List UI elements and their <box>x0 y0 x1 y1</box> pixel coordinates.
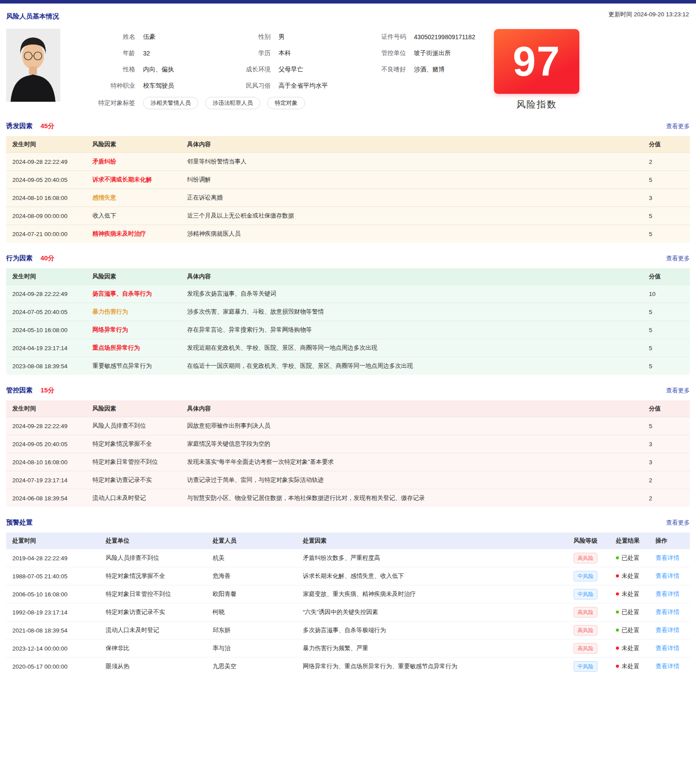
row-factor: 扬言滋事、自杀等行为 <box>86 290 181 298</box>
view-detail-link[interactable]: 查看详情 <box>655 573 679 579</box>
update-time-value: 2024-09-20 13:23:12 <box>634 11 689 18</box>
table-header-row: 发生时间 风险因素 具体内容 分值 <box>6 268 690 285</box>
row-factor: 精神疾病未及时治疗 <box>86 230 181 238</box>
result-text: 未处置 <box>622 591 640 597</box>
row-action: 查看详情 <box>649 662 690 670</box>
row-score: 5 <box>643 327 690 333</box>
profile-field: 学历 本科 <box>219 45 354 61</box>
profile-field: 性格 内向、偏执 <box>83 61 219 78</box>
row-factor: 诉求长期未化解、感情失意、收入低下 <box>297 572 567 580</box>
view-detail-link[interactable]: 查看详情 <box>655 609 679 615</box>
row-score: 5 <box>643 213 690 219</box>
table-row: 2024-09-28 22:22:49 风险人员排查不到位 因故意犯罪被作出刑事… <box>6 417 690 435</box>
risk-level-badge: 高风险 <box>574 553 597 563</box>
col-action: 操作 <box>649 537 690 545</box>
table-row: 2019-04-28 22:22:49 风险人员排查不到位 杭美 矛盾纠纷次数多… <box>6 549 690 567</box>
row-action: 查看详情 <box>649 590 690 598</box>
row-time: 2024-04-19 23:17:14 <box>6 345 86 351</box>
col-time: 发生时间 <box>6 141 86 148</box>
row-action: 查看详情 <box>649 554 690 562</box>
field-value: 内向、偏执 <box>143 66 174 74</box>
col-disposal-factor: 处置因素 <box>297 537 567 545</box>
row-score: 5 <box>643 231 690 237</box>
row-time: 2024-08-09 00:00:00 <box>6 213 86 219</box>
row-time: 2019-04-28 22:22:49 <box>6 555 99 562</box>
profile-field <box>354 78 490 94</box>
table-row: 2024-04-19 23:17:14 重点场所异常行为 发现近期在党政机关、学… <box>6 339 690 357</box>
field-label: 不良嗜好 <box>354 66 406 74</box>
row-time: 2024-09-28 22:22:49 <box>6 291 86 297</box>
row-content: 发现近期在党政机关、学校、医院、景区、商圈等同一地点周边多次出现 <box>181 344 643 352</box>
field-value: 430502199809171182 <box>414 33 475 41</box>
row-score: 2 <box>643 477 690 484</box>
section-head-warning-disposal: 预警处置 查看更多 <box>6 518 690 527</box>
row-content: 访查记录过于简单、雷同，与特定对象实际活动轨迹 <box>181 476 643 484</box>
row-factor: 暴力伤害行为 <box>86 308 181 316</box>
row-person: 柯晓 <box>206 608 297 616</box>
row-factor: 暴力伤害行为频繁、严重 <box>297 644 567 652</box>
col-risk-level: 风险等级 <box>567 537 610 545</box>
field-label: 成长环境 <box>219 66 271 74</box>
row-factor: 网络异常行为 <box>86 326 181 334</box>
row-unit: 流动人口未及时登记 <box>99 626 206 634</box>
field-label: 学历 <box>219 49 271 57</box>
view-more-link[interactable]: 查看更多 <box>666 255 690 263</box>
row-factor: 矛盾纠纷 <box>86 158 181 166</box>
view-detail-link[interactable]: 查看详情 <box>655 627 679 633</box>
risk-score-panel: 97 风险指数 <box>494 29 579 111</box>
view-detail-link[interactable]: 查看详情 <box>655 591 679 597</box>
view-more-link[interactable]: 查看更多 <box>666 122 690 130</box>
row-factor: 感情失意 <box>86 194 181 202</box>
view-detail-link[interactable]: 查看详情 <box>655 663 679 669</box>
tag-pill[interactable]: 涉违法犯罪人员 <box>205 97 260 109</box>
table-header-row: 发生时间 风险因素 具体内容 分值 <box>6 400 690 417</box>
col-disposal-person: 处置人员 <box>206 537 297 545</box>
page-title: 风险人员基本情况 <box>6 4 690 21</box>
row-content: 近三个月及以上无公积金或社保缴存数据 <box>181 212 643 220</box>
field-value: 校车驾驶员 <box>143 82 174 90</box>
view-more-link[interactable]: 查看更多 <box>666 387 690 395</box>
profile-field: 不良嗜好 涉酒、赌博 <box>354 61 490 78</box>
tags-label: 特定对象标签 <box>83 99 135 107</box>
field-value: 坡子街派出所 <box>414 49 451 57</box>
row-score: 2 <box>643 159 690 165</box>
row-level: 高风险 <box>567 607 610 618</box>
row-content: 存在异常言论、异常搜索行为、异常网络购物等 <box>181 326 643 334</box>
result-text: 已处置 <box>622 627 640 633</box>
view-detail-link[interactable]: 查看详情 <box>655 645 679 651</box>
view-more-link[interactable]: 查看更多 <box>666 519 690 527</box>
row-unit: 眼须从热 <box>99 662 206 670</box>
update-time-label: 更新时间 <box>608 11 632 18</box>
row-factor: 风险人员排查不到位 <box>86 422 181 430</box>
profile-field: 性别 男 <box>219 29 354 45</box>
row-score: 3 <box>643 459 690 466</box>
row-score: 10 <box>643 291 690 297</box>
table-row: 2024-08-10 16:08:00 特定对象日常管控不到位 发现未落实“每半… <box>6 453 690 471</box>
row-content: 在临近十一国庆期间，在党政机关、学校、医院、景区、商圈等同一地点周边多次出现 <box>181 362 643 370</box>
table-row: 2024-08-10 16:08:00 感情失意 正在诉讼离婚 3 <box>6 189 690 207</box>
row-score: 5 <box>643 423 690 429</box>
table-row: 2024-09-05 20:40:05 诉求不满或长期未化解 纠纷调解 5 <box>6 170 690 189</box>
tag-pill[interactable]: 特定对象 <box>267 97 305 109</box>
view-detail-link[interactable]: 查看详情 <box>655 555 679 561</box>
field-label: 姓名 <box>83 33 135 41</box>
tag-pill[interactable]: 涉相关警情人员 <box>143 97 198 109</box>
col-disposal-unit: 处置单位 <box>99 537 206 545</box>
row-factor: 收入低下 <box>86 212 181 220</box>
row-score: 5 <box>643 177 690 183</box>
field-label: 性格 <box>83 66 135 74</box>
row-factor: 特定对象访查记录不实 <box>86 476 181 484</box>
section-score: 45分 <box>41 122 55 130</box>
risk-level-badge: 高风险 <box>574 607 597 618</box>
trigger-factors-table: 发生时间 风险因素 具体内容 分值 2024-09-28 22:22:49 矛盾… <box>6 136 690 243</box>
row-level: 中风险 <box>567 661 610 672</box>
row-person: 九思美空 <box>206 662 297 670</box>
section-title: 管控因素 <box>6 386 33 395</box>
row-time: 2020-05-17 00:00:00 <box>6 663 99 670</box>
row-time: 2024-09-28 22:22:49 <box>6 423 86 429</box>
warning-disposal-table: 处置时间 处置单位 处置人员 处置因素 风险等级 处置结果 操作 2019-04… <box>6 533 690 675</box>
status-dot-icon <box>616 665 619 668</box>
status-dot-icon <box>616 574 619 577</box>
row-time: 2024-06-08 18:39:54 <box>6 495 86 502</box>
row-level: 高风险 <box>567 625 610 636</box>
